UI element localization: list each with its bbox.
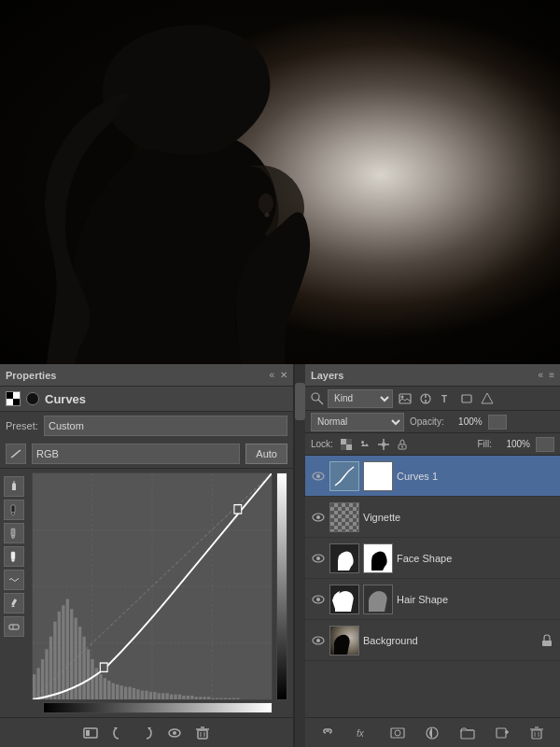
opacity-label: Opacity: [410,416,444,427]
svg-rect-59 [190,696,193,699]
properties-scrollbar[interactable] [294,364,305,747]
layer-item-hair-shape[interactable]: Hair Shape [305,579,560,620]
svg-rect-98 [346,444,352,450]
channel-select[interactable]: RGB [32,444,240,464]
svg-marker-94 [482,393,493,403]
svg-rect-73 [234,505,242,514]
wave-tool[interactable] [4,570,24,590]
svg-point-79 [173,731,176,735]
svg-point-88 [401,395,404,398]
svg-text:T: T [441,394,447,404]
svg-rect-80 [198,730,207,739]
eyedropper-gray-tool[interactable] [4,523,24,543]
finger-tool[interactable] [4,476,24,497]
eyedropper-black-tool[interactable] [4,500,24,520]
curves-adjustment-icon[interactable] [6,391,21,406]
svg-rect-54 [170,695,173,699]
svg-rect-49 [149,692,152,699]
silhouette-image [0,0,560,364]
layers-list: Curves 1 Vignette [305,456,560,717]
fx-icon[interactable]: fx [353,723,373,743]
eyedropper-white-tool[interactable] [4,546,24,567]
auto-button[interactable]: Auto [245,444,287,464]
fill-slider[interactable] [536,437,554,452]
layer-mask-hair-shape [363,585,393,614]
filter-type-icon[interactable]: T [438,390,455,407]
svg-rect-41 [116,684,119,699]
curves-graph-container [32,472,273,713]
kind-select[interactable]: Kind [328,389,393,408]
lock-transparent-icon[interactable] [339,437,354,452]
svg-rect-95 [341,439,346,444]
svg-rect-7 [11,529,15,536]
preset-row: Preset: Custom [0,412,293,440]
svg-point-106 [316,474,320,478]
curves-tools [4,472,28,713]
layers-collapse-icon[interactable]: « [539,370,544,380]
svg-rect-115 [542,641,552,646]
svg-rect-37 [99,674,102,699]
svg-text:fx: fx [357,728,365,739]
svg-rect-44 [128,687,131,699]
svg-rect-48 [145,691,147,699]
layer-eye-face-shape[interactable] [311,551,326,566]
lock-label: Lock: [311,439,333,449]
svg-point-10 [12,559,15,562]
svg-line-86 [318,400,323,404]
layers-header: Layers « ≡ [305,364,560,387]
svg-rect-63 [207,697,210,699]
layer-eye-hair-shape[interactable] [311,592,326,607]
visibility-icon[interactable] [165,724,184,742]
layer-item-curves1[interactable]: Curves 1 [305,456,560,497]
new-group-icon[interactable] [457,723,478,743]
layer-eye-vignette[interactable] [311,510,326,525]
curves-mode-icon[interactable] [26,392,39,405]
layer-name-hair-shape: Hair Shape [397,594,554,605]
rotate-right-icon[interactable] [137,724,156,742]
blend-mode-select[interactable]: Normal [311,413,404,431]
add-mask-layer-icon[interactable] [387,723,408,743]
link-layers-icon[interactable] [318,723,339,743]
opacity-slider[interactable] [488,415,507,430]
layers-menu-icon[interactable]: ≡ [549,370,554,380]
fill-label: Fill: [477,439,492,449]
delete-layer-icon[interactable] [526,723,547,743]
svg-rect-61 [199,697,202,699]
svg-rect-29 [66,599,69,699]
search-icon [311,392,324,405]
lock-position-icon[interactable] [376,437,391,452]
properties-close-icon[interactable]: ✕ [280,370,287,380]
properties-panel: Properties « ✕ Curves Preset: Custom [0,364,294,747]
new-layer-icon[interactable] [492,723,512,743]
delete-icon[interactable] [193,724,212,742]
lock-all-icon[interactable] [395,437,410,452]
properties-collapse-icon[interactable]: « [269,370,274,380]
filter-shape-icon[interactable] [458,390,475,407]
svg-rect-36 [95,668,98,699]
properties-header: Properties « ✕ [0,364,293,387]
svg-rect-35 [91,659,93,699]
lock-image-icon[interactable] [357,437,372,452]
filter-adjustment-icon[interactable] [417,390,434,407]
new-adjustment-layer-icon[interactable] [422,723,442,743]
channel-curve-icon[interactable] [6,444,26,464]
layer-item-background[interactable]: Background [305,620,560,661]
layer-item-face-shape[interactable]: Face Shape [305,538,560,579]
svg-point-110 [316,557,320,560]
layer-item-vignette[interactable]: Vignette [305,497,560,538]
blend-mode-row: Normal Opacity: 100% [305,411,560,433]
layer-name-curves1: Curves 1 [397,471,554,482]
filter-smart-icon[interactable] [479,390,496,407]
layer-eye-background[interactable] [311,633,326,648]
filter-image-icon[interactable] [397,390,413,407]
eraser-tool[interactable] [4,616,24,637]
svg-rect-45 [133,688,135,699]
curves-graph[interactable] [32,472,273,700]
rotate-left-icon[interactable] [109,724,128,742]
layer-eye-curves1[interactable] [311,469,326,484]
add-mask-icon[interactable] [81,724,100,742]
pencil-tool[interactable] [4,593,24,613]
lock-icons-group [339,437,472,452]
svg-rect-24 [45,649,48,699]
preset-select[interactable]: Custom [44,416,287,436]
